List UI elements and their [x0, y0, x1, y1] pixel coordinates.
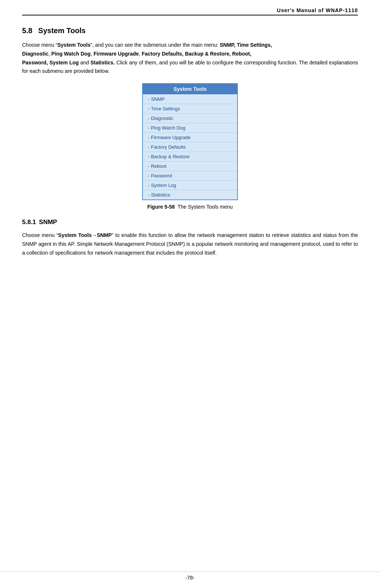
subsection-number: 5.8.1 [22, 219, 36, 226]
intro-bold-pingwatchdog: Ping Watch Dog [51, 51, 91, 57]
menu-item-statistics[interactable]: - Statistics [143, 190, 237, 199]
subsection-body: Choose menu “System Tools→SNMP” to enabl… [22, 231, 358, 257]
page-number: -78- [0, 571, 380, 581]
header-bar: User's Manual of WNAP-1110 [22, 7, 358, 15]
intro-paragraph: Choose menu “System Tools”, and you can … [22, 41, 358, 76]
page-container: User's Manual of WNAP-1110 5.8System Too… [0, 0, 380, 588]
subsection-bold-nav: System Tools→SNMP [58, 232, 112, 238]
menu-item-backup-restore[interactable]: - Backup & Restore [143, 152, 237, 161]
intro-bold-backup: Backup & Restore, Reboot, [185, 51, 251, 57]
intro-bold-factory: Factory Defaults, [142, 51, 184, 57]
intro-text-2: ”, and you can see the submenus under th… [91, 42, 220, 48]
section-title: System Tools [38, 26, 86, 35]
menu-item-password[interactable]: - Password [143, 171, 237, 180]
menu-item-firmware-upgrade[interactable]: - Firmware Upgrade [143, 132, 237, 142]
intro-bold-system-tools: System Tools [57, 42, 91, 48]
menu-header: System Tools [143, 84, 237, 94]
figure-caption-text: The System Tools menu [177, 204, 233, 210]
figure-container: System Tools - SNMP - Time Settings - Di… [22, 83, 358, 210]
section-number: 5.8 [22, 26, 32, 35]
intro-and: and [79, 60, 91, 65]
menu-item-factory-defaults[interactable]: - Factory Defaults [143, 142, 237, 152]
intro-bold-snmp-timesettings: SNMP, Time Settings, [220, 42, 272, 48]
figure-caption: Figure 5-58 The System Tools menu [147, 204, 233, 210]
system-tools-menu: System Tools - SNMP - Time Settings - Di… [142, 83, 238, 200]
intro-bold-password-log: Password, System Log [22, 60, 79, 65]
subsection-body-before: Choose menu “ [22, 232, 58, 238]
menu-item-ping-watch-dog[interactable]: - Ping Watch Dog [143, 123, 237, 132]
subsection-title: SNMP [39, 219, 57, 226]
intro-bold-statistics: Statistics. [91, 60, 115, 65]
section-heading: 5.8System Tools [22, 26, 358, 35]
menu-item-reboot[interactable]: - Reboot [143, 161, 237, 171]
menu-item-time-settings[interactable]: - Time Settings [143, 104, 237, 113]
menu-item-snmp[interactable]: - SNMP [143, 94, 237, 104]
intro-text-1: Choose menu “ [22, 42, 57, 48]
menu-item-diagnostic[interactable]: - Diagnostic [143, 113, 237, 123]
menu-item-system-log[interactable]: - System Log [143, 180, 237, 190]
subsection-heading: 5.8.1SNMP [22, 219, 358, 226]
intro-sep3: , [139, 51, 142, 57]
figure-label: Figure 5-58 [147, 204, 175, 210]
intro-sep2: , [91, 51, 94, 57]
header-title: User's Manual of WNAP-1110 [277, 7, 358, 13]
intro-bold-diagnostic: Diagnostic [22, 51, 49, 57]
intro-bold-firmware: Firmware Upgrade [94, 51, 139, 57]
